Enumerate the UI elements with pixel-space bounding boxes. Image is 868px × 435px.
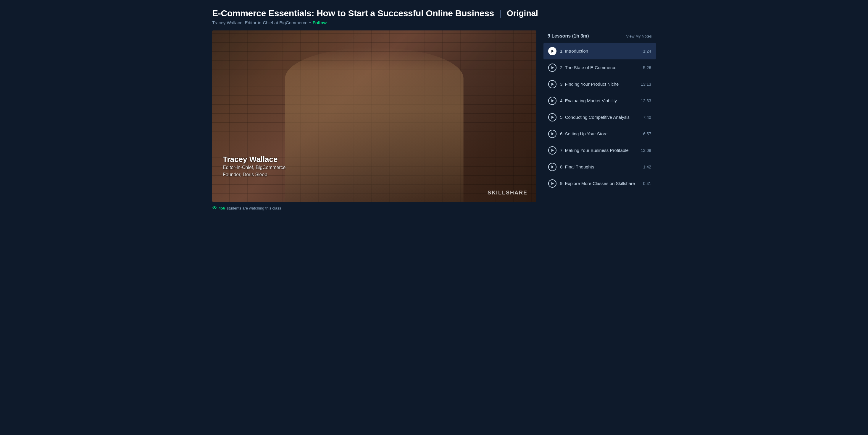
watching-text: students are watching this class xyxy=(227,206,281,210)
dot-separator: • xyxy=(309,20,311,25)
play-triangle-icon xyxy=(552,182,554,185)
lesson-name: 5. Conducting Competitive Analysis xyxy=(560,114,629,120)
skillshare-watermark: SKILLSHARE xyxy=(488,190,527,196)
title-row: E-Commerce Essentials: How to Start a Su… xyxy=(212,8,656,18)
play-circle-icon xyxy=(548,163,556,171)
lesson-list: 1. Introduction1:242. The State of E-Com… xyxy=(544,43,656,192)
lesson-name: 3. Finding Your Product Niche xyxy=(560,81,619,87)
play-circle-icon xyxy=(548,80,556,88)
lesson-duration: 1:42 xyxy=(643,165,651,169)
play-triangle-icon xyxy=(552,132,554,135)
lesson-left: 9. Explore More Classes on Skillshare xyxy=(548,179,635,188)
lesson-item[interactable]: 8. Final Thoughts1:42 xyxy=(544,159,656,175)
play-triangle-icon xyxy=(552,49,554,53)
play-triangle-icon xyxy=(552,149,554,152)
lesson-duration: 12:33 xyxy=(641,98,651,103)
person-silhouette xyxy=(285,47,464,202)
page-container: E-Commerce Essentials: How to Start a Su… xyxy=(212,8,656,211)
follow-button[interactable]: Follow xyxy=(313,20,327,25)
lesson-panel-header: 9 Lessons (1h 3m) View My Notes xyxy=(544,30,656,43)
lesson-item[interactable]: 6. Setting Up Your Store6:57 xyxy=(544,126,656,142)
play-circle-icon xyxy=(548,113,556,122)
lesson-left: 3. Finding Your Product Niche xyxy=(548,80,619,88)
instructor-title-1: Editor-in-Chief, BigCommerce xyxy=(223,164,286,171)
play-triangle-icon xyxy=(552,116,554,119)
lesson-item[interactable]: 9. Explore More Classes on Skillshare0:4… xyxy=(544,175,656,192)
lesson-left: 2. The State of E-Commerce xyxy=(548,64,617,72)
lesson-duration: 13:08 xyxy=(641,148,651,153)
play-circle-icon xyxy=(548,179,556,188)
lesson-name: 1. Introduction xyxy=(560,48,588,54)
lesson-duration: 6:57 xyxy=(643,132,651,136)
lesson-panel: 9 Lessons (1h 3m) View My Notes 1. Intro… xyxy=(544,30,656,192)
play-circle-icon xyxy=(548,64,556,72)
lessons-count: 9 Lessons (1h 3m) xyxy=(548,33,589,39)
main-content: Tracey Wallace Editor-in-Chief, BigComme… xyxy=(212,30,656,211)
instructor-name: Tracey Wallace xyxy=(223,155,286,164)
lesson-name: 8. Final Thoughts xyxy=(560,164,594,170)
play-circle-icon xyxy=(548,47,556,55)
play-circle-icon xyxy=(548,146,556,155)
lesson-name: 2. The State of E-Commerce xyxy=(560,65,617,71)
lesson-item[interactable]: 1. Introduction1:24 xyxy=(544,43,656,59)
lesson-name: 6. Setting Up Your Store xyxy=(560,131,608,137)
author-text: Tracey Wallace, Editor-in-Chief at BigCo… xyxy=(212,20,307,25)
author-row: Tracey Wallace, Editor-in-Chief at BigCo… xyxy=(212,20,656,25)
title-divider: | xyxy=(499,8,501,18)
lesson-item[interactable]: 3. Finding Your Product Niche13:13 xyxy=(544,76,656,93)
lesson-left: 5. Conducting Competitive Analysis xyxy=(548,113,629,122)
lesson-duration: 5:26 xyxy=(643,65,651,70)
instructor-title-2: Founder, Doris Sleep xyxy=(223,171,286,178)
video-player[interactable]: Tracey Wallace Editor-in-Chief, BigComme… xyxy=(212,30,536,202)
lesson-item[interactable]: 5. Conducting Competitive Analysis7:40 xyxy=(544,109,656,126)
watching-row: 👁 456 students are watching this class xyxy=(212,205,536,211)
lesson-left: 7. Making Your Business Profitable xyxy=(548,146,629,155)
play-circle-icon xyxy=(548,97,556,105)
lesson-duration: 13:13 xyxy=(641,82,651,87)
lesson-left: 4. Evaluating Market Viability xyxy=(548,97,617,105)
lesson-item[interactable]: 2. The State of E-Commerce5:26 xyxy=(544,59,656,76)
lesson-name: 9. Explore More Classes on Skillshare xyxy=(560,180,635,187)
lesson-item[interactable]: 4. Evaluating Market Viability12:33 xyxy=(544,93,656,109)
lesson-duration: 1:24 xyxy=(643,49,651,54)
play-triangle-icon xyxy=(552,99,554,102)
view-notes-link[interactable]: View My Notes xyxy=(626,34,652,38)
play-circle-icon xyxy=(548,130,556,138)
lesson-left: 6. Setting Up Your Store xyxy=(548,130,608,138)
play-triangle-icon xyxy=(552,66,554,69)
original-badge: Original xyxy=(507,8,538,18)
name-overlay: Tracey Wallace Editor-in-Chief, BigComme… xyxy=(223,155,286,178)
video-panel: Tracey Wallace Editor-in-Chief, BigComme… xyxy=(212,30,536,211)
play-triangle-icon xyxy=(552,166,554,168)
lesson-duration: 0:41 xyxy=(643,181,651,186)
lesson-left: 8. Final Thoughts xyxy=(548,163,594,171)
video-background: Tracey Wallace Editor-in-Chief, BigComme… xyxy=(212,30,536,202)
lesson-item[interactable]: 7. Making Your Business Profitable13:08 xyxy=(544,142,656,159)
eye-icon: 👁 xyxy=(212,205,217,211)
play-triangle-icon xyxy=(552,83,554,86)
watch-count: 456 xyxy=(219,206,225,210)
course-header: E-Commerce Essentials: How to Start a Su… xyxy=(212,8,656,25)
lesson-duration: 7:40 xyxy=(643,115,651,120)
course-title: E-Commerce Essentials: How to Start a Su… xyxy=(212,8,494,18)
lesson-left: 1. Introduction xyxy=(548,47,588,55)
lesson-name: 4. Evaluating Market Viability xyxy=(560,98,617,104)
lesson-name: 7. Making Your Business Profitable xyxy=(560,147,629,154)
